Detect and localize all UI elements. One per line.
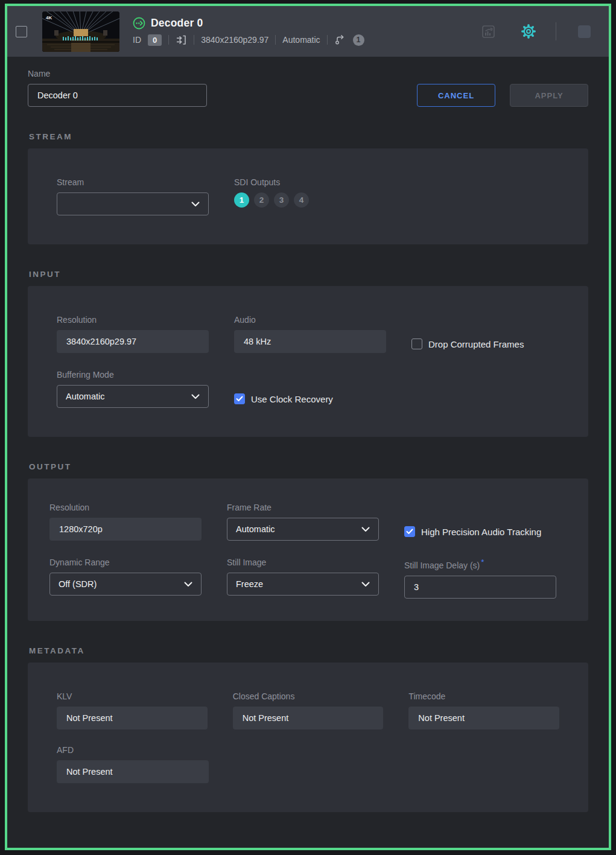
closed-captions-label: Closed Captions xyxy=(233,691,384,701)
stream-select[interactable] xyxy=(57,192,209,215)
stop-decoder-button[interactable] xyxy=(578,25,591,38)
sdi-output-count-badge: 1 xyxy=(353,34,364,46)
output-section: OUTPUT Resolution 1280x720p Frame Rate A… xyxy=(28,462,588,621)
preview-thumbnail: 4K xyxy=(42,11,119,52)
still-image-delay-input[interactable] xyxy=(404,576,556,599)
klv-label: KLV xyxy=(57,691,208,701)
name-input[interactable] xyxy=(28,84,207,107)
stream-section: STREAM Stream SDI Outputs xyxy=(28,132,588,244)
use-clock-recovery-checkbox[interactable] xyxy=(234,393,245,404)
id-badge: 0 xyxy=(148,34,162,46)
use-clock-recovery-label: Use Clock Recovery xyxy=(251,394,333,404)
input-resolution-label: Resolution xyxy=(57,315,209,325)
stream-section-title: STREAM xyxy=(29,132,588,141)
still-image-select[interactable]: Freeze xyxy=(227,573,379,596)
sdi-output-route-icon xyxy=(334,34,346,46)
buffering-mode-group: Buffering Mode Automatic xyxy=(57,370,209,408)
id-label: ID xyxy=(133,35,141,45)
still-image-delay-group: Still Image Delay (s)* xyxy=(404,558,556,599)
gear-icon xyxy=(521,24,536,39)
frame-rate-select[interactable]: Automatic xyxy=(227,518,379,541)
meta-divider xyxy=(275,35,276,45)
timecode-value: Not Present xyxy=(408,707,559,729)
still-image-delay-label: Still Image Delay (s)* xyxy=(404,558,556,570)
output-resolution-value: 1280x720p xyxy=(49,518,202,541)
drop-corrupted-frames-label: Drop Corrupted Frames xyxy=(428,339,524,349)
decoder-title: Decoder 0 xyxy=(151,17,203,30)
timecode-label: Timecode xyxy=(408,691,559,701)
frame-rate-group: Frame Rate Automatic xyxy=(227,503,379,541)
input-section: INPUT Resolution 3840x2160p29.97 Audio 4… xyxy=(28,270,588,437)
klv-value: Not Present xyxy=(57,707,208,729)
dynamic-range-select[interactable]: Off (SDR) xyxy=(49,573,202,596)
check-icon xyxy=(406,529,413,535)
still-image-value: Freeze xyxy=(236,579,263,589)
timecode-group: Timecode Not Present xyxy=(408,691,559,729)
output-resolution-label: Resolution xyxy=(49,503,202,512)
afd-value: Not Present xyxy=(57,760,209,783)
buffering-mode-select[interactable]: Automatic xyxy=(57,385,209,408)
decoder-active-status-icon xyxy=(133,17,145,30)
sdi-output-3-button[interactable]: 3 xyxy=(274,192,289,208)
frame-rate-label: Frame Rate xyxy=(227,503,379,512)
frame-rate-value: Automatic xyxy=(236,524,275,534)
decoder-title-block: Decoder 0 ID 0 3840x2160p29.97 Automatic xyxy=(133,17,364,46)
svg-text:4K: 4K xyxy=(46,15,52,21)
chevron-down-icon xyxy=(361,527,370,532)
cancel-button[interactable]: CANCEL xyxy=(417,84,495,107)
dynamic-range-group: Dynamic Range Off (SDR) xyxy=(49,558,202,599)
name-field-group: Name xyxy=(28,69,207,107)
decoder-settings-form: Name CANCEL APPLY STREAM Stream xyxy=(7,69,609,812)
closed-captions-value: Not Present xyxy=(233,707,384,729)
meta-divider xyxy=(168,35,169,45)
stream-select-group: Stream xyxy=(57,177,209,215)
chevron-down-icon xyxy=(361,582,370,587)
chevron-down-icon xyxy=(184,582,192,587)
drop-corrupted-frames-group: Drop Corrupted Frames xyxy=(411,315,524,353)
still-image-label: Still Image xyxy=(227,558,379,567)
select-decoder-checkbox[interactable] xyxy=(16,26,27,37)
output-resolution-group: Resolution 1280x720p xyxy=(49,503,202,541)
input-resolution-meta: 3840x2160p29.97 xyxy=(201,35,268,45)
chart-icon xyxy=(481,25,495,39)
mode-meta: Automatic xyxy=(282,35,320,45)
metadata-section: METADATA KLV Not Present Closed Captions… xyxy=(28,646,588,812)
audio-value: 48 kHz xyxy=(234,330,386,353)
audio-label: Audio xyxy=(234,315,386,325)
use-clock-recovery-group: Use Clock Recovery xyxy=(234,370,333,408)
sdi-output-4-button[interactable]: 4 xyxy=(294,192,309,208)
apply-button[interactable]: APPLY xyxy=(510,84,588,107)
klv-group: KLV Not Present xyxy=(57,691,208,729)
sdi-output-2-button[interactable]: 2 xyxy=(254,192,269,208)
buffering-mode-value: Automatic xyxy=(66,392,104,401)
metadata-section-title: METADATA xyxy=(29,646,588,655)
drop-corrupted-frames-checkbox[interactable] xyxy=(411,339,422,349)
closed-captions-group: Closed Captions Not Present xyxy=(233,691,384,729)
chevron-down-icon xyxy=(191,394,200,399)
still-image-delay-label-text: Still Image Delay (s) xyxy=(404,561,480,570)
sdi-outputs-group: SDI Outputs 1 2 3 4 xyxy=(234,177,386,215)
check-icon xyxy=(236,396,243,402)
input-resolution-value: 3840x2160p29.97 xyxy=(57,330,209,353)
statistics-button[interactable] xyxy=(481,25,495,39)
name-label: Name xyxy=(28,69,207,78)
dynamic-range-value: Off (SDR) xyxy=(59,579,97,589)
hp-audio-tracking-group: High Precision Audio Tracking xyxy=(404,503,541,541)
input-section-title: INPUT xyxy=(29,270,588,279)
toolbar-divider xyxy=(556,22,556,40)
chevron-down-icon xyxy=(191,202,200,207)
required-mark: * xyxy=(481,558,484,567)
sdi-output-1-button[interactable]: 1 xyxy=(234,192,249,208)
settings-button[interactable] xyxy=(521,24,536,39)
stream-input-icon xyxy=(176,34,187,46)
stream-label: Stream xyxy=(57,177,209,187)
preview-thumbnail-art: 4K xyxy=(42,11,119,52)
decoder-header: 4K Decoder 0 ID 0 xyxy=(7,6,609,57)
afd-group: AFD Not Present xyxy=(57,745,209,783)
meta-divider xyxy=(327,35,328,45)
decoder-card: 4K Decoder 0 ID 0 xyxy=(5,4,611,850)
still-image-group: Still Image Freeze xyxy=(227,558,379,599)
meta-divider xyxy=(194,35,194,45)
hp-audio-tracking-checkbox[interactable] xyxy=(404,526,415,537)
sdi-outputs-label: SDI Outputs xyxy=(234,177,386,187)
